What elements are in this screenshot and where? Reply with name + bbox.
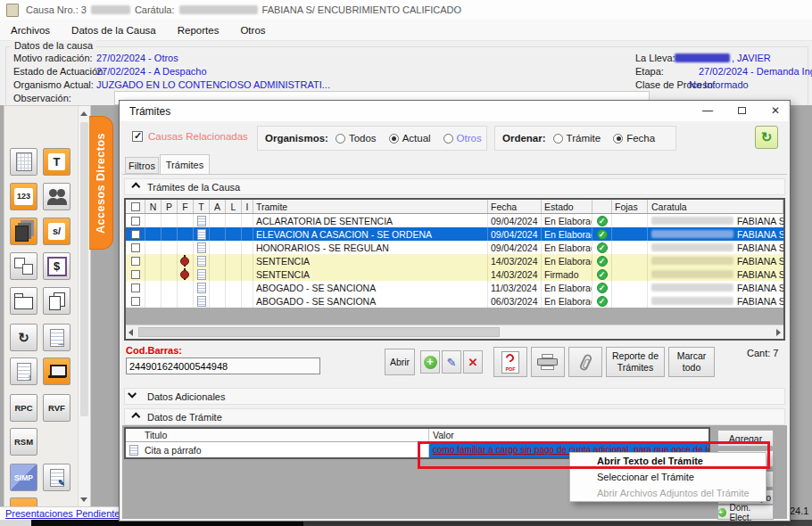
col-fecha[interactable]: Fecha bbox=[488, 200, 542, 213]
menu-archivos[interactable]: Archivos bbox=[0, 25, 61, 36]
page-edit-icon: ✎ bbox=[50, 469, 64, 487]
causas-relacionadas-checkbox[interactable] bbox=[132, 131, 143, 142]
col-i[interactable]: I bbox=[242, 200, 253, 213]
col-caratula[interactable]: Caratula bbox=[648, 200, 783, 213]
row-checkbox[interactable] bbox=[131, 297, 140, 306]
attachment-icon bbox=[578, 352, 592, 371]
menu-otros[interactable]: Otros bbox=[229, 25, 276, 36]
add-button[interactable]: + bbox=[420, 350, 440, 374]
minimize-button[interactable]: — bbox=[695, 101, 720, 121]
scroll-right-icon[interactable] bbox=[776, 329, 781, 336]
sidebar-button-rpc[interactable]: RPC bbox=[10, 394, 37, 422]
col-valor[interactable]: Valor bbox=[429, 429, 708, 441]
sidebar-button-laptop[interactable] bbox=[43, 358, 70, 385]
version-label: 24.1 bbox=[790, 505, 808, 516]
col-l[interactable]: L bbox=[226, 200, 242, 213]
tab-tramites[interactable]: Trámites bbox=[160, 154, 210, 175]
edit-button[interactable]: ✎ bbox=[442, 350, 461, 374]
table-row[interactable]: ABOGADO - SE SANCIONA 06/03/2024 En Elab… bbox=[126, 294, 783, 308]
radio-tramite[interactable]: Trámite bbox=[553, 133, 601, 144]
maximize-button[interactable] bbox=[729, 101, 754, 121]
dom-elect-button[interactable]: + Dom. Elect. bbox=[717, 505, 774, 520]
sidebar-button-edit[interactable]: ✎ bbox=[43, 464, 70, 491]
causas-relacionadas-row: Causas Relacionadas bbox=[132, 131, 248, 142]
marcar-todo-button[interactable]: Marcar todo bbox=[668, 347, 715, 377]
row-checkbox[interactable] bbox=[131, 257, 140, 266]
table-row[interactable]: ABOGADO - SE SANCIONA 11/03/2024 En Elab… bbox=[126, 281, 783, 294]
refresh-button[interactable]: ↻ bbox=[755, 126, 778, 149]
laptop-icon bbox=[48, 365, 66, 378]
sidebar-button-recycle[interactable]: ↻ bbox=[10, 324, 37, 351]
sidebar-button-people[interactable] bbox=[43, 183, 70, 210]
col-f[interactable]: F bbox=[178, 200, 194, 213]
sidebar-button-sl[interactable]: s/ bbox=[43, 218, 70, 245]
radio-todos[interactable]: Todos bbox=[336, 133, 377, 144]
sidebar-scrollbar[interactable] bbox=[78, 106, 90, 507]
menu-reportes[interactable]: Reportes bbox=[167, 25, 230, 36]
row-checkbox[interactable] bbox=[131, 284, 140, 292]
scroll-up-icon[interactable] bbox=[80, 111, 87, 116]
sidebar-button-rvf[interactable]: RVF bbox=[43, 394, 70, 422]
sidebar-button-folder[interactable] bbox=[10, 287, 37, 315]
accesos-directos-tab[interactable]: Accesos Directos bbox=[89, 116, 113, 250]
table-row[interactable]: SENTENCIA 14/03/2024 En Elaboración FABI… bbox=[126, 254, 783, 267]
row-checkbox[interactable] bbox=[131, 243, 140, 252]
horizontal-scrollbar[interactable] bbox=[126, 325, 783, 339]
scroll-left-icon[interactable] bbox=[128, 329, 133, 336]
pdf-button[interactable]: PDF bbox=[493, 347, 527, 377]
scroll-thumb[interactable] bbox=[138, 327, 500, 337]
tab-filtros[interactable]: Filtros bbox=[125, 157, 159, 174]
row-checkbox[interactable] bbox=[131, 270, 140, 279]
table-row[interactable]: HONORARIOS - SE REGULAN 09/04/2024 En El… bbox=[126, 241, 783, 254]
menu-datos-causa[interactable]: Datos de la Causa bbox=[61, 25, 167, 36]
table-row[interactable]: SENTENCIA 14/03/2024 Firmado FABIANA S/ … bbox=[126, 267, 783, 281]
attachment-button[interactable] bbox=[568, 347, 602, 377]
sidebar-button-squares[interactable] bbox=[10, 252, 37, 280]
sidebar-button-updown[interactable]: ↕ bbox=[10, 358, 37, 385]
main-titlebar: Causa Nro.: 3 Carátula: FABIANA S/ ENCUB… bbox=[0, 0, 812, 21]
col-t[interactable]: T bbox=[194, 200, 210, 213]
sidebar-button-report[interactable] bbox=[10, 148, 37, 176]
people-icon bbox=[46, 189, 68, 205]
col-n[interactable]: N bbox=[145, 200, 162, 213]
row-checkbox[interactable] bbox=[131, 230, 140, 239]
header-checkbox[interactable] bbox=[131, 202, 140, 211]
close-button[interactable]: ✕ bbox=[763, 101, 788, 121]
print-button[interactable] bbox=[531, 347, 565, 377]
scroll-thumb[interactable] bbox=[80, 122, 88, 416]
sidebar-button-t[interactable]: T bbox=[43, 148, 70, 176]
section-datos-adicionales[interactable]: Datos Adicionales bbox=[124, 388, 785, 405]
section-datos-tramite[interactable]: Datos de Trámite bbox=[124, 408, 785, 425]
section-tramites-causa[interactable]: Trámites de la Causa bbox=[124, 178, 785, 195]
sidebar-button-simp[interactable]: SIMP bbox=[10, 464, 37, 491]
fecha-cell: 09/04/2024 bbox=[488, 241, 542, 254]
table-row[interactable]: ACLARATORIA DE SENTENCIA 09/04/2024 En E… bbox=[126, 214, 783, 227]
sidebar-button-pages[interactable] bbox=[43, 287, 70, 315]
radio-fecha[interactable]: Fecha bbox=[613, 133, 655, 144]
menu-seleccionar[interactable]: Seleccionar el Trámite bbox=[570, 469, 766, 485]
sidebar-button-123[interactable]: 123 bbox=[10, 183, 37, 210]
sidebar-button-stack[interactable] bbox=[10, 218, 37, 245]
reporte-tramites-button[interactable]: Reporte de Trámites bbox=[606, 347, 665, 377]
codbarras-input[interactable] bbox=[126, 358, 320, 374]
presentaciones-link[interactable]: Presentaciones Pendientes ( bbox=[5, 508, 131, 519]
row-checkbox[interactable] bbox=[131, 217, 140, 226]
radio-actual[interactable]: Actual bbox=[389, 133, 431, 144]
col-status-icon[interactable] bbox=[592, 200, 612, 213]
col-tramite[interactable]: Tramite bbox=[253, 200, 488, 213]
col-estado[interactable]: Estado bbox=[542, 200, 592, 213]
sidebar-button-dollar[interactable]: $ bbox=[43, 252, 70, 280]
scroll-down-icon[interactable] bbox=[80, 497, 87, 502]
col-fojas[interactable]: Fojas bbox=[612, 200, 648, 213]
sidebar-button-rsm[interactable]: RSM bbox=[10, 428, 37, 456]
col-a[interactable]: A bbox=[210, 200, 226, 213]
delete-button[interactable]: ✕ bbox=[463, 350, 483, 374]
col-titulo[interactable]: Titulo bbox=[142, 429, 429, 441]
sidebar-button-transfer[interactable]: → bbox=[43, 324, 70, 351]
field-value: 27/02/2024 - A Despacho bbox=[96, 66, 207, 77]
dialog-titlebar[interactable]: Trámites bbox=[120, 101, 788, 121]
col-p[interactable]: P bbox=[162, 200, 178, 213]
radio-otros[interactable]: Otros bbox=[443, 133, 482, 144]
abrir-button[interactable]: Abrir bbox=[385, 349, 415, 375]
table-row-selected[interactable]: ELEVACION A CASACION - SE ORDENA 09/04/2… bbox=[126, 227, 783, 241]
